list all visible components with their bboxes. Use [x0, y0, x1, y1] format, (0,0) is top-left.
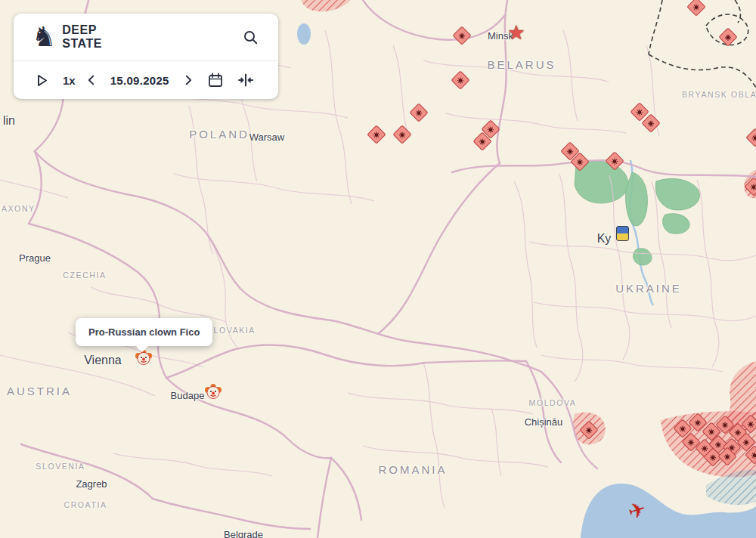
- play-button[interactable]: [32, 70, 52, 91]
- mine-icon: [715, 441, 722, 448]
- mine-icon: [399, 131, 406, 138]
- collapse-timeline-button[interactable]: [234, 69, 257, 91]
- mine-icon: [648, 120, 655, 127]
- app-logo[interactable]: ♞ DEEP STATE: [32, 23, 102, 51]
- map-canvas[interactable]: lin POLAND Warsaw BELARUS Minsk BRYANSK …: [0, 0, 756, 538]
- mine-icon: [373, 131, 380, 138]
- mine-icon: [567, 148, 574, 155]
- mine-icon: [725, 34, 732, 41]
- mine-icon: [488, 126, 494, 133]
- speed-toggle[interactable]: 1x: [63, 74, 76, 87]
- calendar-button[interactable]: [204, 69, 227, 91]
- date-display[interactable]: 15.09.2025: [110, 74, 169, 87]
- mine-icon: [479, 138, 486, 145]
- mine-icon: [722, 422, 729, 428]
- mine-icon: [735, 429, 742, 436]
- chevron-right-icon: [181, 73, 195, 87]
- calendar-icon: [207, 72, 224, 88]
- timeline-row: 1x 15.09.2025: [14, 61, 278, 99]
- mine-icon: [577, 159, 584, 165]
- collapse-horizontal-icon: [237, 72, 254, 88]
- app-title-line2: STATE: [62, 37, 102, 51]
- search-button[interactable]: [240, 26, 262, 48]
- mine-icon: [695, 419, 702, 426]
- chevron-left-icon: [85, 73, 98, 87]
- mine-icon: [743, 439, 750, 446]
- mine-icon: [710, 454, 717, 461]
- mine-icon: [612, 158, 618, 165]
- mine-icon: [752, 134, 756, 141]
- minsk-star-marker[interactable]: ★: [507, 23, 525, 42]
- clown-icon: [204, 383, 222, 401]
- map-tooltip: Pro-Russian clown Fico: [76, 318, 212, 346]
- clown-marker[interactable]: [204, 383, 222, 401]
- mine-icon: [680, 425, 686, 432]
- mine-icon: [708, 428, 715, 435]
- search-icon: [243, 29, 259, 45]
- prev-day-button[interactable]: [82, 70, 101, 90]
- next-day-button[interactable]: [178, 70, 198, 90]
- mine-icon: [416, 110, 423, 116]
- play-icon: [35, 73, 49, 88]
- mine-icon: [724, 453, 731, 460]
- mine-icon: [586, 427, 593, 434]
- mine-icon: [748, 421, 754, 428]
- control-panel: ♞ DEEP STATE 1x: [14, 14, 278, 99]
- mine-icon: [751, 184, 756, 190]
- mine-icon: [688, 439, 695, 446]
- mine-icon: [637, 109, 643, 116]
- app-title-line1: DEEP: [62, 23, 102, 37]
- header-row: ♞ DEEP STATE: [14, 14, 278, 61]
- mine-icon: [457, 77, 464, 84]
- kyiv-flag-marker[interactable]: [616, 226, 629, 241]
- mine-icon: [693, 4, 700, 11]
- chess-knight-icon: ♞: [32, 23, 56, 51]
- mine-icon: [459, 32, 466, 39]
- app-title: DEEP STATE: [62, 23, 102, 51]
- mine-icon: [702, 445, 708, 452]
- mine-icon: [751, 452, 756, 459]
